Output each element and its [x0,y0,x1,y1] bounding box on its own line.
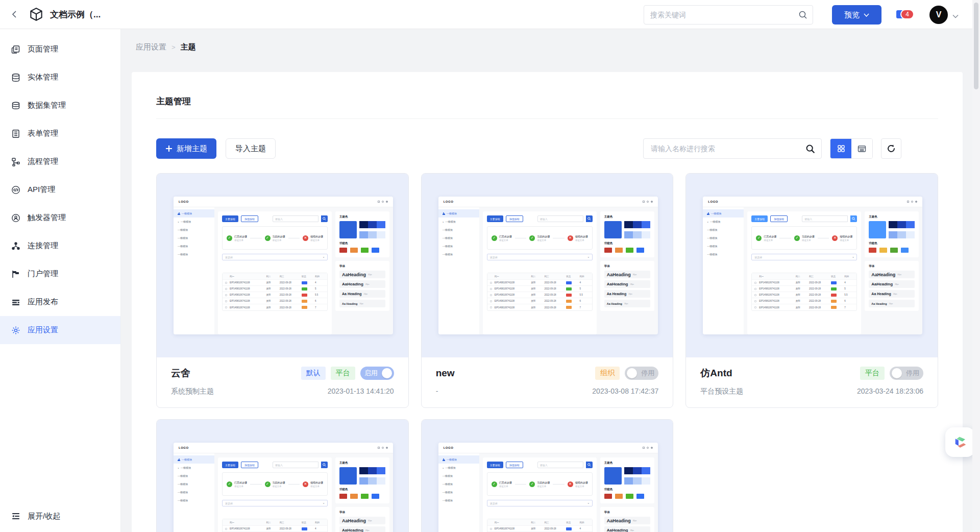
mock-table-row: EIP1498106741108 类型 2022-09-28 4 [223,280,327,286]
preview-mock-topbar: LOGO [703,197,922,207]
breadcrumb-parent[interactable]: 应用设置 [136,42,166,52]
sidebar-item-trigger-management[interactable]: 触发器管理 [0,204,120,232]
mock-color-panel: 主题色 功能色 [335,457,389,503]
assistant-float-button[interactable] [945,427,975,457]
sidebar-item-dataset-management[interactable]: 数据集管理 [0,91,120,119]
font-sample-row: Aa Heading16px [869,300,915,307]
theme-preview-thumbnail[interactable]: LOGO 一级模块 ∨一级模块 一级模块 一级模块 一级模块 一级模块 主要按钮… [686,174,938,357]
page-title: 主题管理 [156,72,938,107]
sidebar-item-portal-management[interactable]: 门户管理 [0,260,120,288]
header-search-input[interactable] [644,11,798,19]
theme-card[interactable]: LOGO 一级模块 ∨一级模块 一级模块 一级模块 一级模块 一级模块 主要按钮… [685,173,938,408]
app-logo-cube-icon [28,6,45,23]
theme-card[interactable]: LOGO 一级模块 ∨一级模块 一级模块 一级模块 一级模块 一级模块 主要按钮… [421,173,674,408]
theme-preview-thumbnail[interactable]: LOGO 一级模块 ∨一级模块 一级模块 一级模块 一级模块 一级模块 主要按钮… [157,420,408,532]
mock-step: ✓ 当前的步骤描述文本 [265,481,303,488]
mock-step: ✓ 已完成步骤描述文本 [492,235,530,241]
sidebar-item-page-management[interactable]: 页面管理 [0,35,120,63]
header-search [644,5,813,25]
theme-shade-swatch [624,477,633,485]
refresh-button[interactable] [881,138,901,159]
sidebar-item-connection-management[interactable]: 连接管理 [0,232,120,260]
theme-preview-thumbnail[interactable]: LOGO 一级模块 ∨一级模块 一级模块 一级模块 一级模块 一级模块 主要按钮… [422,174,673,357]
theme-shade-swatch [377,221,385,228]
preview-button[interactable]: 预览 [832,5,881,25]
plus-icon [165,145,173,152]
card-toggle[interactable]: 启用 [360,367,394,380]
mock-nav-item: 一级模块 [438,234,479,242]
mock-step: ✕ 报错的步骤描述文本 [568,235,588,241]
scrollbar-thumb[interactable] [974,3,978,89]
mock-table-row: EIP1498106741108 类型 2022-09-28 5 [487,286,592,292]
scrollbar[interactable] [972,0,980,532]
back-button[interactable] [7,7,21,21]
notification-button[interactable]: 4 [896,9,915,20]
mock-table: 列一列二列三状态列四 EIP1498106741108 类型 2022-09-2… [487,519,593,532]
mock-nav-item: 一级模块 [174,250,214,258]
person-icon [443,212,445,215]
step-connector [779,238,791,238]
status-badge [302,281,307,284]
mock-table-header: 列一列二列三状态列四 [223,273,327,280]
mock-steps: ✓ 已完成步骤描述文本 ✓ 当前的步骤描述文本 ✕ 报错的步骤描述文本 [487,226,593,250]
checkbox-icon [490,282,492,284]
font-sample-row: Aa Heading16px [339,300,385,307]
search-icon[interactable] [798,10,807,19]
mock-table-row: EIP1498106741108 类型 2022-09-28 7 [223,304,327,310]
preview-mock-content: 主要按钮 加强按钮 请输入 ✓ 已完成步骤描述文本 ✓ 当前的步骤描述文本 ✕ … [483,211,597,334]
preview-logo: LOGO [708,200,718,203]
sidebar-item-app-publish[interactable]: 应用发布 [0,288,120,316]
step-status-icon: ✕ [568,481,573,487]
main-content: 应用设置 > 主题 主题管理 新增主题 导入主题 [121,29,980,532]
theme-card[interactable]: LOGO 一级模块 ∨一级模块 一级模块 一级模块 一级模块 一级模块 主要按钮… [156,173,409,408]
sidebar-item-app-settings[interactable]: 应用设置 [0,316,120,344]
mock-nav-item: 一级模块 [703,234,744,242]
window-controls-icons [643,447,653,449]
preview-mock-window: LOGO 一级模块 ∨一级模块 一级模块 一级模块 一级模块 一级模块 主要按钮… [703,197,922,334]
sidebar-item-entity-management[interactable]: 实体管理 [0,63,120,91]
sidebar-collapse-button[interactable]: 展开/收起 [0,500,120,532]
func-color-swatch [901,248,909,253]
font-sample-row: AaHeading32px [339,271,385,278]
mock-nav-item: ∨一级模块 [174,217,214,226]
theme-preview-thumbnail[interactable]: LOGO 一级模块 ∨一级模块 一级模块 一级模块 一级模块 一级模块 主要按钮… [422,420,673,532]
step-connector [515,484,527,485]
add-theme-button[interactable]: 新增主题 [156,138,216,159]
theme-card[interactable]: LOGO 一级模块 ∨一级模块 一级模块 一级模块 一级模块 一级模块 主要按钮… [421,419,674,532]
search-icon[interactable] [805,144,815,154]
sidebar-item-api-management[interactable]: API管理 [0,176,120,204]
mock-font-panel: 字体 AaHeading32px AaHeading28px Aa Headin… [335,261,389,311]
sidebar: 页面管理 实体管理 数据集管理 表单管理 流程管理 API管理 触发器管理 连 [0,29,121,532]
mock-search-input: 请输入 [802,215,848,222]
theme-card[interactable]: LOGO 一级模块 ∨一级模块 一级模块 一级模块 一级模块 一级模块 主要按钮… [156,419,409,532]
mock-table-row: EIP1498106741108 类型 2022-09-28 5.5 [752,292,856,298]
avatar[interactable]: V [929,6,948,24]
sidebar-item-label: 应用设置 [28,325,58,335]
func-color-swatch [626,494,633,499]
sidebar-item-label: 实体管理 [28,72,58,82]
font-sample-row: AaHeading32px [339,517,385,524]
mock-table-header: 列一列二列三状态列四 [752,273,856,280]
theme-preview-thumbnail[interactable]: LOGO 一级模块 ∨一级模块 一级模块 一级模块 一级模块 一级模块 主要按钮… [157,174,408,357]
grid-view-button[interactable] [830,139,851,158]
status-badge [831,281,837,284]
person-icon [707,212,709,215]
mock-search-button [586,215,593,222]
sidebar-item-form-management[interactable]: 表单管理 [0,119,120,148]
card-toggle[interactable]: 停用 [625,367,658,380]
mock-step: ✓ 已完成步骤描述文本 [227,481,265,488]
avatar-menu-chevron[interactable] [952,11,959,20]
pages-icon [11,45,20,54]
import-theme-button[interactable]: 导入主题 [226,138,276,159]
preview-mock-content: 主要按钮 加强按钮 请输入 ✓ 已完成步骤描述文本 ✓ 当前的步骤描述文本 ✕ … [747,211,861,334]
list-view-button[interactable] [851,139,872,158]
font-sample-row: AaHeading28px [339,526,385,532]
card-toggle[interactable]: 停用 [890,367,923,380]
sidebar-item-process-management[interactable]: 流程管理 [0,148,120,176]
theme-shade-swatch [359,467,368,474]
step-connector [250,238,262,238]
grid-view-icon [837,144,845,153]
chevron-down-icon [952,14,959,18]
theme-main-swatch [869,221,886,238]
theme-search-input[interactable] [644,144,805,153]
